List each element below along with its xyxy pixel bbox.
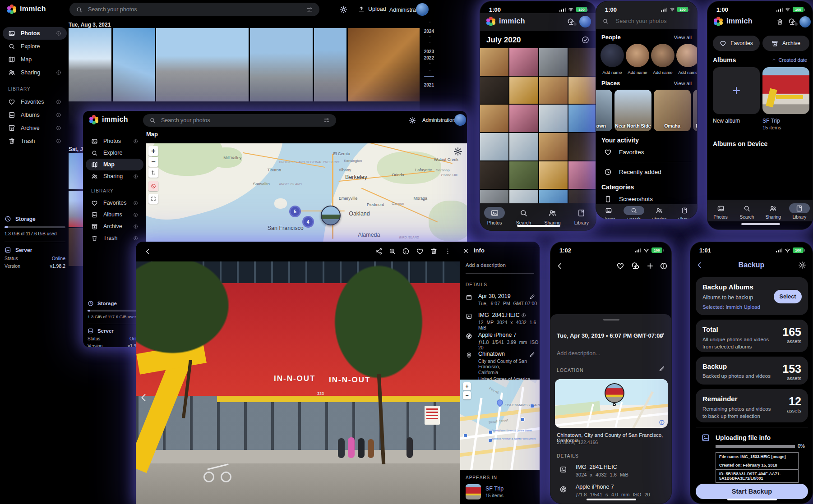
theme-toggle-icon[interactable]	[340, 6, 347, 14]
info-icon[interactable]	[402, 247, 410, 255]
photo-thumbnail[interactable]	[539, 48, 568, 76]
back-chevron-icon[interactable]	[556, 262, 564, 270]
map-zoom-in-button[interactable]: +	[148, 146, 158, 156]
map-cluster-marker[interactable]: 4	[302, 216, 314, 228]
nav-photos[interactable]: Photos	[708, 203, 733, 220]
add-name-label[interactable]: Add name	[601, 70, 624, 75]
filter-sliders-icon[interactable]	[323, 117, 330, 124]
select-button[interactable]: Select	[774, 290, 802, 303]
sidebar-item-trash[interactable]: Trash	[86, 232, 143, 244]
map-settings-gear-icon[interactable]	[453, 147, 462, 156]
recently-added-row[interactable]: Recently added	[604, 168, 661, 176]
photo-thumbnail[interactable]	[509, 77, 538, 104]
sidebar-item-sharing[interactable]: Sharing	[3, 66, 67, 79]
add-name-label[interactable]: Add name	[651, 70, 674, 75]
info-icon[interactable]	[56, 31, 61, 36]
photo-thumbnail[interactable]	[539, 161, 568, 189]
add-name-label[interactable]: Add name	[626, 70, 649, 75]
edit-pencil-icon[interactable]	[659, 332, 665, 339]
photo-thumbnail[interactable]	[568, 48, 596, 76]
nav-search[interactable]: Search	[621, 206, 647, 219]
search-bar[interactable]	[143, 114, 336, 127]
nav-sharing[interactable]: Sharing	[540, 207, 565, 225]
sidebar-item-explore[interactable]: Explore	[3, 40, 67, 53]
administration-link[interactable]: Administration	[422, 117, 455, 123]
filter-sliders-icon[interactable]	[306, 6, 313, 13]
photo-thumbnail[interactable]	[539, 105, 568, 132]
info-icon[interactable]	[56, 99, 61, 105]
user-avatar[interactable]	[799, 16, 811, 27]
place-card[interactable]: Omaha	[654, 90, 691, 131]
photo-thumbnail[interactable]	[480, 133, 508, 160]
photo-thumbnail[interactable]	[509, 105, 538, 132]
sidebar-item-favorites[interactable]: Favorites	[86, 197, 143, 209]
nav-sharing[interactable]: Sharing	[761, 203, 786, 220]
sidebar-item-photos[interactable]: Photos	[3, 27, 67, 40]
search-bar[interactable]	[69, 3, 319, 16]
people-view-all[interactable]: View all	[674, 35, 692, 40]
sort-created-date[interactable]: Created date	[771, 57, 807, 63]
map-fullscreen-button[interactable]	[148, 194, 158, 204]
photo-thumbnail[interactable]	[480, 190, 508, 203]
photo-thumbnail[interactable]	[568, 190, 596, 203]
zoom-icon[interactable]	[388, 247, 396, 255]
map-zoom-out-button[interactable]: −	[148, 157, 158, 167]
nav-library[interactable]: Library	[569, 207, 594, 225]
nav-sharing[interactable]: Sharing	[647, 206, 672, 219]
minimap-zoom-in[interactable]: +	[463, 382, 471, 390]
cloud-download-icon[interactable]	[631, 261, 640, 270]
add-name-label[interactable]: Add name	[676, 70, 698, 75]
photo-thumbnail[interactable]	[509, 190, 538, 203]
sidebar-item-trash[interactable]: Trash	[3, 135, 67, 147]
backup-cloud-icon[interactable]	[567, 18, 576, 27]
map-photo-marker[interactable]	[321, 206, 341, 225]
sidebar-item-archive[interactable]: Archive	[86, 220, 143, 232]
photo-thumbnail[interactable]	[568, 77, 596, 104]
edit-pencil-icon[interactable]	[529, 352, 535, 357]
search-input[interactable]	[87, 6, 302, 13]
sidebar-item-archive[interactable]: Archive	[3, 122, 67, 134]
place-card[interactable]: Near North Side	[614, 90, 651, 131]
theme-toggle-icon[interactable]	[409, 117, 416, 124]
nav-library[interactable]: Library	[787, 203, 812, 220]
photo-thumbnail[interactable]	[314, 28, 346, 101]
album-card-sf-trip[interactable]	[762, 67, 809, 114]
info-icon[interactable]	[133, 224, 138, 229]
immich-logo[interactable]: immich	[7, 5, 46, 14]
description-field[interactable]: Add description...	[557, 350, 601, 357]
photo-thumbnail[interactable]	[509, 48, 538, 76]
delete-trash-icon[interactable]	[430, 247, 438, 255]
map-bearing-button[interactable]	[148, 168, 158, 178]
favorites-button[interactable]: Favorites	[713, 36, 760, 51]
info-icon[interactable]	[133, 212, 138, 217]
photo-thumbnail[interactable]	[509, 161, 538, 189]
select-all-check-icon[interactable]	[581, 36, 590, 44]
favorites-row[interactable]: Favorites	[604, 148, 644, 156]
start-backup-button[interactable]: Start Backup	[696, 484, 808, 499]
sidebar-item-map[interactable]: Map	[3, 53, 67, 66]
upload-button[interactable]: Upload	[358, 5, 386, 13]
home-indicator[interactable]	[727, 499, 777, 500]
info-icon[interactable]	[56, 70, 61, 75]
place-card[interactable]: Chinatown	[596, 90, 612, 131]
edit-pencil-icon[interactable]	[529, 294, 535, 300]
sidebar-item-albums[interactable]: Albums	[3, 109, 67, 121]
sheet-drag-handle[interactable]	[603, 319, 619, 321]
scrubber-handle[interactable]	[424, 76, 434, 77]
person-face[interactable]	[601, 44, 624, 67]
user-avatar[interactable]	[454, 114, 466, 126]
sidebar-item-photos[interactable]: Photos	[86, 135, 143, 147]
screenshots-row[interactable]: Screenshots	[604, 195, 653, 203]
info-icon[interactable]	[521, 313, 526, 318]
immich-logo[interactable]: immich	[89, 115, 128, 124]
user-avatar[interactable]	[416, 3, 429, 16]
person-face[interactable]	[626, 44, 649, 67]
photo-thumbnail[interactable]	[348, 28, 420, 101]
photo-thumbnail[interactable]	[539, 190, 568, 203]
previous-photo-chevron[interactable]	[139, 392, 149, 403]
sidebar-item-map[interactable]: Map	[86, 159, 143, 170]
photo-thumbnail[interactable]	[539, 77, 568, 104]
photo-thumbnail[interactable]	[156, 28, 249, 101]
person-face[interactable]	[676, 44, 698, 67]
nav-search[interactable]: Search	[511, 207, 536, 225]
